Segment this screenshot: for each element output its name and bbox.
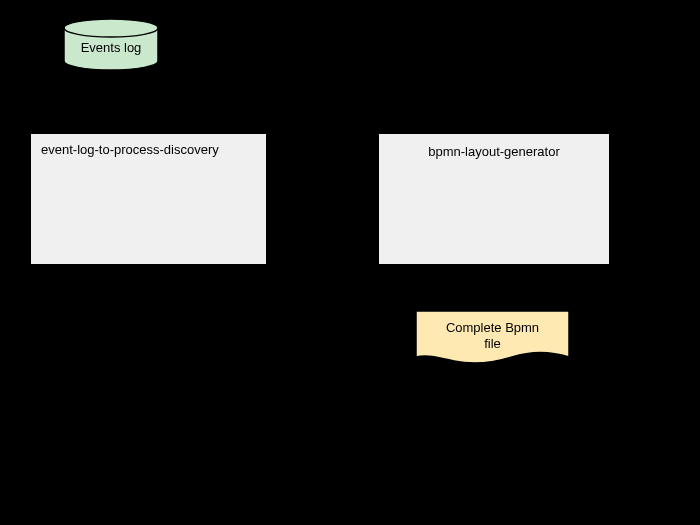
arrow-log-to-discovery [110, 71, 112, 123]
layout-generator-box: bpmn-layout-generator [378, 133, 610, 265]
arrow-layout-to-file [492, 265, 494, 300]
arrowhead-discovery-to-layout [368, 193, 378, 203]
layout-generator-label: bpmn-layout-generator [379, 134, 609, 167]
events-log-label: Events log [63, 40, 159, 55]
process-discovery-label: event-log-to-process-discovery [31, 134, 266, 165]
arrowhead-layout-to-file [488, 300, 498, 310]
bpmn-file-label-line2: file [484, 336, 501, 351]
bpmn-file-document: Complete Bpmn file [415, 310, 570, 368]
arrow-discovery-to-layout [267, 197, 368, 199]
events-log-datastore: Events log [63, 18, 159, 71]
bpmn-file-label-line1: Complete Bpmn [446, 320, 539, 335]
arrowhead-log-to-discovery [106, 123, 116, 133]
process-discovery-box: event-log-to-process-discovery [30, 133, 267, 265]
bpmn-file-label: Complete Bpmn file [415, 320, 570, 351]
